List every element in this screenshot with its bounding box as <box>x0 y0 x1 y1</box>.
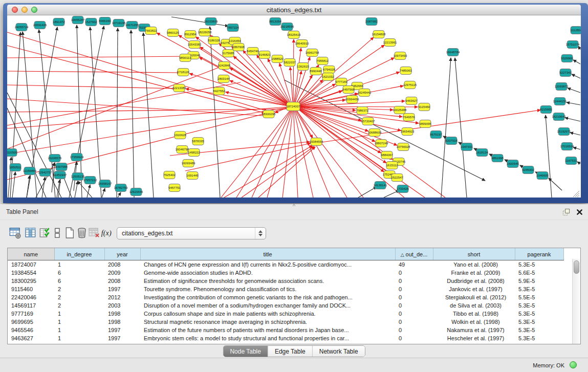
network-edge[interactable] <box>290 67 293 102</box>
network-node[interactable]: 1527602 <box>85 18 97 26</box>
network-edge[interactable] <box>143 33 154 198</box>
canvas-resize-grip[interactable] <box>573 191 579 197</box>
network-node[interactable]: 16046798 <box>176 146 189 154</box>
network-node[interactable]: 17359924 <box>70 154 84 161</box>
network-node[interactable]: 9146821 <box>258 51 271 59</box>
column-header-title[interactable]: title <box>140 248 395 260</box>
column-header-name[interactable]: name <box>8 248 54 260</box>
network-node[interactable]: 9777169 <box>335 78 347 86</box>
network-edge[interactable] <box>577 162 580 164</box>
close-panel-icon[interactable] <box>575 207 584 216</box>
network-node[interactable]: 2718126 <box>177 69 189 76</box>
network-node[interactable]: 9397588 <box>55 163 68 171</box>
network-edge[interactable] <box>131 30 134 198</box>
network-node[interactable]: 14136141 <box>374 182 387 189</box>
network-node[interactable]: 18640910 <box>295 40 309 48</box>
network-node[interactable]: 19654923 <box>401 128 415 136</box>
column-header-in-degree[interactable]: in_degree <box>54 248 104 260</box>
network-node[interactable]: 9890113 <box>180 54 192 62</box>
tab-node-table[interactable]: Node Table <box>223 346 268 357</box>
network-node[interactable]: 9227343 <box>559 69 572 77</box>
table-scrollbar-thumb[interactable] <box>574 260 579 274</box>
network-node[interactable]: 7986372 <box>356 107 368 115</box>
network-edge[interactable] <box>572 74 580 78</box>
network-node[interactable]: 10025488 <box>393 106 407 114</box>
network-node[interactable]: 9860125 <box>167 29 179 37</box>
network-edge[interactable] <box>117 28 118 198</box>
network-node[interactable]: 8454749 <box>247 48 259 55</box>
network-node[interactable]: 16961758 <box>306 49 319 57</box>
table-row[interactable]: 946554611997Estimation of the future num… <box>8 326 563 334</box>
network-node[interactable]: 7649576 <box>403 114 415 121</box>
network-node[interactable]: 9245002 <box>522 166 534 174</box>
network-node[interactable]: 20206576 <box>48 155 62 162</box>
panel-resize-handle-icon[interactable]: ˄ <box>293 202 296 208</box>
network-node[interactable]: 18325419 <box>287 31 301 39</box>
network-edge[interactable] <box>236 106 293 198</box>
network-node[interactable]: 5822037 <box>284 59 296 67</box>
network-node[interactable]: 10973493 <box>394 52 407 60</box>
network-edge[interactable] <box>565 118 580 121</box>
network-edge[interactable] <box>284 80 485 181</box>
network-node[interactable]: 18724007 <box>287 102 300 111</box>
show-columns-icon[interactable] <box>24 226 38 240</box>
network-edge[interactable] <box>293 39 294 102</box>
network-node[interactable]: 1615112 <box>386 162 399 169</box>
network-edge[interactable] <box>384 190 399 198</box>
network-node[interactable]: 12975115 <box>403 81 417 89</box>
network-node[interactable]: 16245442 <box>358 89 372 97</box>
network-edge[interactable] <box>293 106 298 198</box>
table-row[interactable]: 2242004622012Investigating the contribut… <box>8 293 563 301</box>
network-node[interactable]: 12923446 <box>129 188 143 196</box>
network-node[interactable]: 9207918 <box>445 137 458 145</box>
network-node[interactable]: 12213383 <box>172 84 186 92</box>
network-edge[interactable] <box>455 58 467 198</box>
network-node[interactable]: 17016504 <box>560 143 574 150</box>
column-header-short[interactable]: short <box>433 248 515 260</box>
network-node[interactable]: 1600545 <box>507 160 519 168</box>
minimize-button[interactable] <box>21 7 28 13</box>
network-node[interactable]: 1621032 <box>322 73 334 81</box>
network-edge[interactable] <box>573 147 580 149</box>
tab-edge-table[interactable]: Edge Table <box>268 346 312 357</box>
network-edge[interactable] <box>293 106 363 198</box>
network-edge[interactable] <box>296 75 312 103</box>
network-edge[interactable] <box>252 106 293 198</box>
network-node[interactable]: 18807249 <box>375 140 388 147</box>
network-node[interactable]: 8990448 <box>310 68 322 75</box>
network-node[interactable]: 9899095 <box>419 120 431 128</box>
network-edge[interactable] <box>87 185 90 198</box>
network-edge[interactable] <box>102 188 105 198</box>
network-node[interactable]: 16093489 <box>182 160 195 167</box>
network-edge[interactable] <box>441 58 451 198</box>
network-edge[interactable] <box>578 46 580 50</box>
table-row[interactable]: 1872400712008Changes of HCN gene express… <box>8 260 563 269</box>
network-node[interactable]: 7955812 <box>316 57 329 65</box>
network-node[interactable]: 16210643 <box>552 113 566 121</box>
network-edge[interactable] <box>573 60 580 64</box>
network-node[interactable]: 20691406 <box>33 21 47 29</box>
network-node[interactable]: 18300295 <box>262 111 276 118</box>
network-edge[interactable] <box>27 176 30 198</box>
network-edge[interactable] <box>118 192 121 198</box>
memory-status-indicator[interactable] <box>570 361 577 368</box>
table-row[interactable]: 946362711997Embryonic stem cells: a mode… <box>8 334 563 342</box>
network-node[interactable]: 9884067 <box>381 151 393 159</box>
network-edge[interactable] <box>12 172 15 198</box>
network-edge[interactable] <box>570 133 580 135</box>
network-edge[interactable] <box>224 145 313 198</box>
column-header-year[interactable]: year <box>104 248 140 260</box>
network-node[interactable]: 17957222 <box>83 177 97 184</box>
column-header-out-de-[interactable]: △out_de... <box>395 248 433 260</box>
network-canvas[interactable]: 2405572420691406189147210655287152760284… <box>7 15 581 198</box>
network-node[interactable]: 16154808 <box>372 31 386 38</box>
network-node[interactable]: 8466160 <box>99 17 111 25</box>
network-edge[interactable] <box>568 88 580 93</box>
network-node[interactable]: 1046605 <box>536 172 549 180</box>
network-edge[interactable] <box>221 106 293 198</box>
network-edge[interactable] <box>567 102 580 105</box>
network-edge[interactable] <box>7 71 180 73</box>
table-row[interactable]: 977716911998Corpus callosum shape and si… <box>8 310 563 318</box>
close-button[interactable] <box>12 7 18 13</box>
network-node[interactable]: 10655287 <box>71 16 85 24</box>
